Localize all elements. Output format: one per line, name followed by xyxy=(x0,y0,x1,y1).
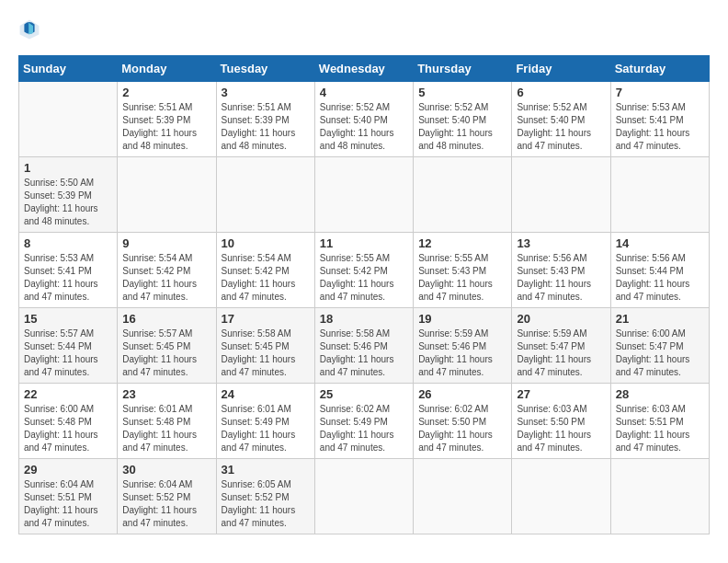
day-number: 1 xyxy=(24,161,112,175)
day-info: Sunrise: 5:52 AM Sunset: 5:40 PM Dayligh… xyxy=(517,101,605,153)
calendar-cell: 6Sunrise: 5:52 AM Sunset: 5:40 PM Daylig… xyxy=(512,82,610,157)
day-info: Sunrise: 5:57 AM Sunset: 5:45 PM Dayligh… xyxy=(122,327,210,379)
day-info: Sunrise: 6:01 AM Sunset: 5:48 PM Dayligh… xyxy=(122,403,210,454)
day-info: Sunrise: 6:04 AM Sunset: 5:52 PM Dayligh… xyxy=(122,478,210,530)
day-info: Sunrise: 6:02 AM Sunset: 5:50 PM Dayligh… xyxy=(418,403,506,454)
day-info: Sunrise: 6:02 AM Sunset: 5:49 PM Dayligh… xyxy=(320,403,408,454)
calendar-cell: 5Sunrise: 5:52 AM Sunset: 5:40 PM Daylig… xyxy=(414,82,512,157)
day-number: 11 xyxy=(320,236,408,250)
calendar-week-row: 8Sunrise: 5:53 AM Sunset: 5:41 PM Daylig… xyxy=(19,233,710,308)
calendar-cell: 8Sunrise: 5:53 AM Sunset: 5:41 PM Daylig… xyxy=(19,233,118,308)
calendar-cell: 3Sunrise: 5:51 AM Sunset: 5:39 PM Daylig… xyxy=(216,82,314,157)
calendar-cell xyxy=(118,157,216,233)
calendar-header-row: SundayMondayTuesdayWednesdayThursdayFrid… xyxy=(19,56,710,82)
calendar-cell xyxy=(314,459,413,534)
day-header-saturday: Saturday xyxy=(610,56,709,82)
calendar-cell: 25Sunrise: 6:02 AM Sunset: 5:49 PM Dayli… xyxy=(314,384,413,459)
calendar-cell: 13Sunrise: 5:56 AM Sunset: 5:43 PM Dayli… xyxy=(512,233,610,308)
calendar-cell: 1Sunrise: 5:50 AM Sunset: 5:39 PM Daylig… xyxy=(19,157,118,233)
day-number: 20 xyxy=(517,312,605,326)
calendar-cell: 21Sunrise: 6:00 AM Sunset: 5:47 PM Dayli… xyxy=(610,308,709,384)
day-number: 6 xyxy=(517,86,605,99)
calendar-week-row: 15Sunrise: 5:57 AM Sunset: 5:44 PM Dayli… xyxy=(19,308,710,384)
day-number: 27 xyxy=(517,387,605,401)
day-number: 15 xyxy=(24,312,112,326)
calendar-table: SundayMondayTuesdayWednesdayThursdayFrid… xyxy=(18,55,710,534)
day-header-tuesday: Tuesday xyxy=(216,56,314,82)
day-number: 29 xyxy=(24,463,112,477)
calendar-cell xyxy=(314,157,413,233)
day-info: Sunrise: 6:04 AM Sunset: 5:51 PM Dayligh… xyxy=(24,478,112,530)
day-number: 24 xyxy=(222,387,310,401)
day-info: Sunrise: 6:00 AM Sunset: 5:47 PM Dayligh… xyxy=(616,327,704,379)
calendar-cell xyxy=(512,459,610,534)
day-number: 13 xyxy=(517,236,605,250)
day-info: Sunrise: 6:01 AM Sunset: 5:49 PM Dayligh… xyxy=(222,403,310,454)
day-info: Sunrise: 5:55 AM Sunset: 5:43 PM Dayligh… xyxy=(418,252,506,304)
day-info: Sunrise: 6:00 AM Sunset: 5:48 PM Dayligh… xyxy=(24,403,112,454)
day-info: Sunrise: 5:58 AM Sunset: 5:45 PM Dayligh… xyxy=(222,327,310,379)
day-header-wednesday: Wednesday xyxy=(314,56,413,82)
day-number: 12 xyxy=(418,236,506,250)
day-info: Sunrise: 5:52 AM Sunset: 5:40 PM Dayligh… xyxy=(320,101,408,153)
calendar-week-row: 1Sunrise: 5:50 AM Sunset: 5:39 PM Daylig… xyxy=(19,157,710,233)
day-number: 19 xyxy=(418,312,506,326)
day-number: 3 xyxy=(222,86,310,99)
calendar-cell: 27Sunrise: 6:03 AM Sunset: 5:50 PM Dayli… xyxy=(512,384,610,459)
calendar-cell: 12Sunrise: 5:55 AM Sunset: 5:43 PM Dayli… xyxy=(414,233,512,308)
day-number: 5 xyxy=(418,86,506,99)
day-info: Sunrise: 5:52 AM Sunset: 5:40 PM Dayligh… xyxy=(418,101,506,153)
day-number: 28 xyxy=(616,387,704,401)
calendar-week-row: 22Sunrise: 6:00 AM Sunset: 5:48 PM Dayli… xyxy=(19,384,710,459)
calendar-cell: 11Sunrise: 5:55 AM Sunset: 5:42 PM Dayli… xyxy=(314,233,413,308)
logo xyxy=(18,18,44,40)
day-info: Sunrise: 5:54 AM Sunset: 5:42 PM Dayligh… xyxy=(222,252,310,304)
calendar-cell: 28Sunrise: 6:03 AM Sunset: 5:51 PM Dayli… xyxy=(610,384,709,459)
day-header-thursday: Thursday xyxy=(414,56,512,82)
day-info: Sunrise: 5:50 AM Sunset: 5:39 PM Dayligh… xyxy=(24,177,112,228)
day-header-monday: Monday xyxy=(118,56,216,82)
logo-icon xyxy=(18,18,40,40)
calendar-cell xyxy=(610,459,709,534)
day-info: Sunrise: 5:59 AM Sunset: 5:46 PM Dayligh… xyxy=(418,327,506,379)
day-info: Sunrise: 6:03 AM Sunset: 5:50 PM Dayligh… xyxy=(517,403,605,454)
day-number: 14 xyxy=(616,236,704,250)
day-number: 23 xyxy=(122,387,210,401)
day-header-friday: Friday xyxy=(512,56,610,82)
day-info: Sunrise: 5:58 AM Sunset: 5:46 PM Dayligh… xyxy=(320,327,408,379)
calendar-week-row: 29Sunrise: 6:04 AM Sunset: 5:51 PM Dayli… xyxy=(19,459,710,534)
day-number: 26 xyxy=(418,387,506,401)
day-number: 9 xyxy=(122,236,210,250)
day-number: 25 xyxy=(320,387,408,401)
day-info: Sunrise: 5:53 AM Sunset: 5:41 PM Dayligh… xyxy=(616,101,704,153)
calendar-cell: 29Sunrise: 6:04 AM Sunset: 5:51 PM Dayli… xyxy=(19,459,118,534)
calendar-cell xyxy=(610,157,709,233)
day-info: Sunrise: 6:03 AM Sunset: 5:51 PM Dayligh… xyxy=(616,403,704,454)
calendar-cell: 19Sunrise: 5:59 AM Sunset: 5:46 PM Dayli… xyxy=(414,308,512,384)
calendar-cell: 20Sunrise: 5:59 AM Sunset: 5:47 PM Dayli… xyxy=(512,308,610,384)
calendar-cell xyxy=(216,157,314,233)
calendar-cell: 2Sunrise: 5:51 AM Sunset: 5:39 PM Daylig… xyxy=(118,82,216,157)
day-number: 30 xyxy=(122,463,210,477)
day-info: Sunrise: 6:05 AM Sunset: 5:52 PM Dayligh… xyxy=(222,478,310,530)
calendar-cell: 7Sunrise: 5:53 AM Sunset: 5:41 PM Daylig… xyxy=(610,82,709,157)
calendar-cell xyxy=(414,459,512,534)
calendar-cell xyxy=(414,157,512,233)
day-info: Sunrise: 5:54 AM Sunset: 5:42 PM Dayligh… xyxy=(122,252,210,304)
calendar-cell: 9Sunrise: 5:54 AM Sunset: 5:42 PM Daylig… xyxy=(118,233,216,308)
calendar-cell: 15Sunrise: 5:57 AM Sunset: 5:44 PM Dayli… xyxy=(19,308,118,384)
day-number: 31 xyxy=(222,463,310,477)
day-info: Sunrise: 5:55 AM Sunset: 5:42 PM Dayligh… xyxy=(320,252,408,304)
calendar-cell: 18Sunrise: 5:58 AM Sunset: 5:46 PM Dayli… xyxy=(314,308,413,384)
day-number: 21 xyxy=(616,312,704,326)
day-info: Sunrise: 5:56 AM Sunset: 5:43 PM Dayligh… xyxy=(517,252,605,304)
day-number: 7 xyxy=(616,86,704,99)
day-number: 18 xyxy=(320,312,408,326)
calendar-cell: 10Sunrise: 5:54 AM Sunset: 5:42 PM Dayli… xyxy=(216,233,314,308)
calendar-cell: 24Sunrise: 6:01 AM Sunset: 5:49 PM Dayli… xyxy=(216,384,314,459)
day-number: 4 xyxy=(320,86,408,99)
page-header xyxy=(18,18,710,40)
calendar-cell xyxy=(19,82,118,157)
day-number: 10 xyxy=(222,236,310,250)
day-info: Sunrise: 5:59 AM Sunset: 5:47 PM Dayligh… xyxy=(517,327,605,379)
